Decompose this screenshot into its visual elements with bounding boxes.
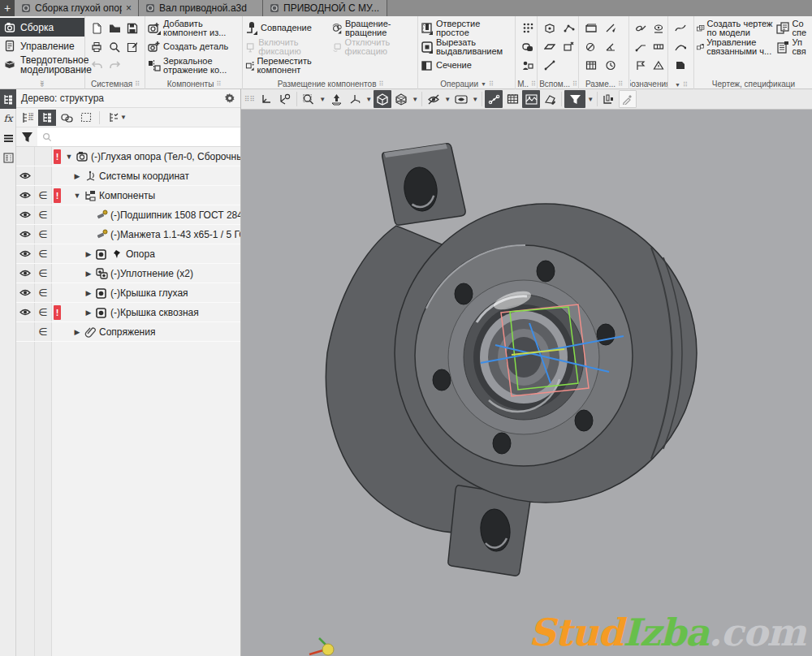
new-document-button[interactable]: + <box>0 0 15 16</box>
display-shaded-button[interactable] <box>374 90 391 108</box>
cut-extrude-button[interactable]: Вырезать выдавливанием <box>421 37 513 56</box>
local-cs-button[interactable] <box>276 90 294 108</box>
tree-row-through-cover[interactable]: ∈ ! ▶ (-)Крышка сквозная <box>16 303 240 322</box>
expand-arrow-icon[interactable]: ▶ <box>84 289 93 297</box>
create-drawing-from-model-button[interactable]: Создать чертеж по модели <box>697 19 773 37</box>
visibility-cell[interactable] <box>16 166 35 185</box>
group-grip-icon[interactable]: ⠿ <box>216 80 221 88</box>
group-grip-icon[interactable]: ⠿ <box>572 80 577 88</box>
tree-row-coordinate-systems[interactable]: ▶ Системы координат <box>16 166 240 186</box>
zoom-area-button[interactable] <box>300 90 317 108</box>
expand-arrow-icon[interactable]: ▶ <box>84 270 93 278</box>
sketch-shell-button[interactable] <box>541 90 559 108</box>
tree-row-mates[interactable]: ∈ ▶ Сопряжения <box>16 322 240 342</box>
membership-cell[interactable] <box>35 147 52 166</box>
toolbar-drag-handle[interactable]: ⠿⠿ <box>244 95 255 103</box>
move-component-button[interactable]: Переместить компонент <box>245 56 329 75</box>
expand-arrow-icon[interactable]: ▶ <box>72 172 82 180</box>
hidden-lines-button[interactable] <box>425 90 443 108</box>
notation-roughness-icon[interactable] <box>632 19 650 37</box>
eyedropper-button[interactable] <box>619 90 637 108</box>
membership-cell[interactable] <box>35 166 52 185</box>
group-expand-caret-icon[interactable]: ▼ <box>675 82 680 88</box>
mode-assembly[interactable]: Сборка <box>0 18 84 37</box>
model-bearing-support[interactable] <box>241 110 812 656</box>
enable-fixation-button[interactable]: Включить фиксацию <box>245 37 329 56</box>
visibility-cell[interactable] <box>16 147 35 166</box>
close-tab-icon[interactable]: × <box>126 2 132 14</box>
simple-hole-button[interactable]: Отверстие простое <box>421 19 513 37</box>
notation-tolerance-icon[interactable] <box>650 38 667 56</box>
tree-selection-area-button[interactable] <box>77 110 95 126</box>
new-document-icon[interactable] <box>88 19 106 37</box>
chevron-down-icon[interactable]: ▼ <box>411 96 419 103</box>
chevron-down-icon[interactable]: ▼ <box>471 96 479 103</box>
measure-button[interactable] <box>600 90 618 108</box>
tree-row-blind-cover[interactable]: ∈ ▶ (-)Крышка глухая <box>16 283 240 303</box>
tab-drive[interactable]: ПРИВОДНОЙ С МУ... <box>263 0 387 16</box>
tree-search-input[interactable] <box>37 127 240 146</box>
visibility-cell[interactable] <box>16 186 35 205</box>
dim-radial-icon[interactable] <box>582 38 600 56</box>
expand-arrow-icon[interactable]: ▶ <box>72 328 82 336</box>
visibility-cell[interactable] <box>16 303 35 322</box>
filter-funnel-icon[interactable] <box>16 127 37 146</box>
chevron-down-icon[interactable]: ▼ <box>365 96 373 103</box>
group-grip-icon[interactable]: ⠿ <box>378 80 383 88</box>
notation-flag-icon[interactable] <box>632 57 650 75</box>
expand-arrow-icon[interactable]: ▼ <box>64 153 74 161</box>
membership-cell[interactable]: ∈ <box>35 244 52 263</box>
list-panel-tab[interactable] <box>0 128 16 148</box>
array-icon[interactable] <box>519 19 537 37</box>
spline-icon[interactable] <box>672 19 689 37</box>
clip-view-button[interactable] <box>452 90 470 108</box>
open-document-icon[interactable] <box>106 19 123 37</box>
chevron-down-icon[interactable]: ▼ <box>318 96 326 103</box>
checklist-panel-tab[interactable] <box>0 148 16 167</box>
dim-table-icon[interactable] <box>582 57 600 75</box>
section-button[interactable]: Сечение <box>421 56 513 75</box>
membership-cell[interactable]: ∈ <box>35 303 52 322</box>
aux-axis-icon[interactable] <box>541 57 559 75</box>
tree-row-support[interactable]: ∈ ▶ Опора <box>16 244 240 264</box>
parameters-panel-tab[interactable]: fx <box>0 109 16 128</box>
visibility-cell[interactable] <box>16 264 35 283</box>
visibility-cell[interactable] <box>16 283 35 302</box>
dim-angle-icon[interactable] <box>602 38 620 56</box>
chevron-down-icon[interactable]: ▼ <box>443 96 451 103</box>
create-part-button[interactable]: Создать деталь <box>148 37 240 56</box>
expand-arrow-icon[interactable]: ▶ <box>84 250 93 258</box>
visibility-cell[interactable] <box>16 322 35 341</box>
coincidence-button[interactable]: Совпадение <box>245 19 329 37</box>
disable-fixation-button[interactable]: Отключить фиксацию <box>332 37 416 56</box>
notation-leader-icon[interactable] <box>632 38 650 56</box>
control-points-button[interactable] <box>485 90 503 108</box>
tree-structure-view-button[interactable] <box>38 110 56 126</box>
view-orientation-button[interactable] <box>346 90 364 108</box>
dim-linear-icon[interactable] <box>602 19 620 37</box>
aux-polyline-icon[interactable] <box>560 19 578 37</box>
manage-linked-documents-button[interactable]: Управление связанными ч... <box>697 37 773 56</box>
notation-mark-icon[interactable] <box>650 57 667 75</box>
grid-button[interactable] <box>503 90 521 108</box>
tree-numbered-view-button[interactable]: 111212 <box>19 110 37 126</box>
group-grip-icon[interactable]: ⠿ <box>135 80 140 88</box>
group-grip-icon[interactable]: ⠿ <box>683 81 688 88</box>
dim-sheet-icon[interactable] <box>582 19 600 37</box>
group-grip-icon[interactable]: ⠿ <box>531 80 536 88</box>
dim-clock-icon[interactable] <box>602 57 620 75</box>
manage-specification-button[interactable]: Упсвя <box>776 37 810 56</box>
tree-row-assembly-root[interactable]: ! ▼ (-)Глухая опора (Тел-0, Сборочных е <box>16 147 240 166</box>
copy-body-icon[interactable] <box>519 38 537 56</box>
tab-shaft[interactable]: Вал приводной.a3d <box>139 0 263 16</box>
tree-filter-list-button[interactable]: ▼ <box>104 110 132 126</box>
tab-assembly[interactable]: Сборка глухой опор... × <box>15 0 139 16</box>
group-grip-icon[interactable]: ⠿ <box>618 80 623 88</box>
expand-arrow-icon[interactable]: ▶ <box>84 309 93 317</box>
redo-icon[interactable] <box>106 57 123 75</box>
reorient-view-button[interactable] <box>327 90 345 108</box>
tree-row-seal-cuff[interactable]: ∈ (-)Манжета 1.1-43 х65-1 / 5 ГОСТ <box>16 225 240 244</box>
tree-components-view-button[interactable] <box>58 110 76 126</box>
preview-icon[interactable] <box>106 38 123 56</box>
gear-icon[interactable] <box>224 93 235 104</box>
